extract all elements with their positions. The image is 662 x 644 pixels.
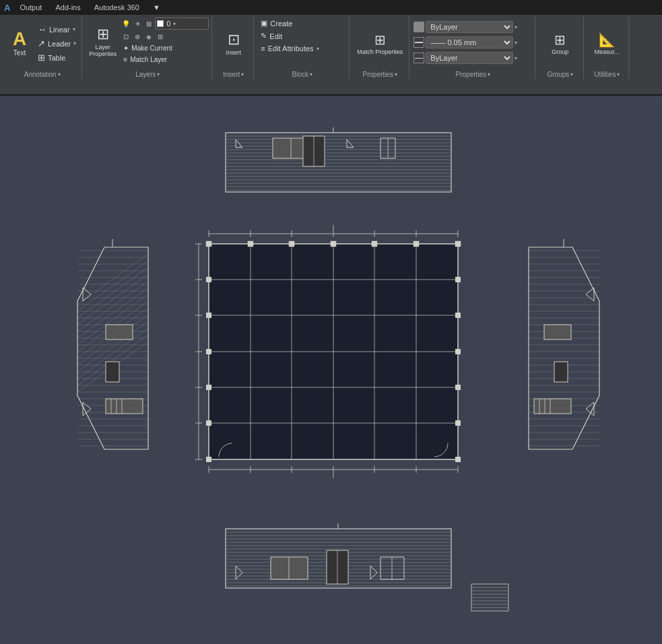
leader-dropdown[interactable]: ▾: [73, 40, 76, 46]
match-props-expand-arrow[interactable]: ▾: [395, 71, 397, 77]
layer-dropdown-arrow[interactable]: ▾: [173, 21, 176, 27]
floor-plan: [195, 225, 461, 478]
annotation-expand-arrow[interactable]: ▾: [58, 71, 61, 77]
insert-expand-arrow[interactable]: ▾: [241, 71, 244, 77]
edit-attributes-icon: ≡: [261, 44, 265, 53]
insert-group: ⊡ Insert Insert ▾: [213, 16, 254, 79]
svg-rect-115: [554, 362, 568, 382]
layer-properties-icon: ⊞: [97, 26, 109, 43]
layer-select[interactable]: 0 ▾: [155, 18, 209, 30]
create-icon: ▣: [261, 19, 267, 28]
linear-button[interactable]: ↔ Linear ▾: [35, 23, 79, 36]
block-expand-arrow[interactable]: ▾: [310, 71, 312, 77]
layer-icon-5[interactable]: ⊗: [132, 31, 143, 42]
svg-rect-167: [455, 420, 461, 426]
match-layer-label: Match Layer: [130, 56, 167, 63]
lineweight-select[interactable]: —— 0.05 mm: [426, 36, 513, 49]
linetype-dropdown-arrow[interactable]: ▾: [515, 55, 517, 61]
edit-button[interactable]: ✎ Edit: [258, 30, 285, 42]
svg-rect-158: [206, 313, 211, 318]
properties-controls: ByLayer ▾ —— 0.05 mm ▾: [413, 18, 532, 69]
menu-more[interactable]: ▼: [149, 2, 164, 13]
svg-rect-150: [206, 241, 211, 247]
ribbon: A Text ↔ Linear ▾ ↗ Leader ▾: [0, 15, 662, 96]
svg-rect-197: [271, 557, 308, 579]
layer-icon-2[interactable]: ☀: [132, 18, 143, 29]
utilities-group: 📐 Measur... Utilities ▾: [585, 16, 629, 79]
edit-label: Edit: [269, 32, 282, 40]
block-group: ▣ Create ✎ Edit ≡ Edit Attributes ▾ Bloc…: [255, 16, 350, 79]
svg-rect-155: [413, 241, 419, 247]
layers-group: ⊞ LayerProperties 💡 ☀ ⊠ 0: [84, 16, 212, 79]
layers-group-label[interactable]: Layers ▾: [86, 69, 209, 78]
canvas-area[interactable]: [0, 96, 662, 644]
layer-icon-3[interactable]: ⊠: [143, 18, 154, 29]
measure-icon: 📐: [599, 32, 616, 48]
match-layer-button[interactable]: ≡ Match Layer: [121, 55, 170, 65]
table-button[interactable]: ⊞ Table: [35, 51, 79, 64]
layer-icons-row1: 💡 ☀ ⊠ 0 ▾: [121, 18, 209, 30]
app-logo: A: [4, 3, 10, 13]
layer-controls: 💡 ☀ ⊠ 0 ▾ ⊡: [121, 18, 209, 65]
create-button[interactable]: ▣ Create: [258, 18, 295, 29]
properties-group-label[interactable]: Properties ▾: [413, 69, 532, 78]
bylayer-color-select[interactable]: ByLayer: [426, 21, 513, 33]
svg-rect-157: [206, 277, 211, 282]
linetype-select[interactable]: ByLayer: [426, 52, 513, 64]
linear-label: Linear: [49, 26, 70, 34]
svg-rect-161: [206, 420, 211, 426]
utilities-expand-arrow[interactable]: ▾: [617, 71, 620, 77]
match-props-group-label[interactable]: Properties ▾: [354, 69, 406, 78]
groups-expand-arrow[interactable]: ▾: [570, 71, 573, 77]
insert-button[interactable]: ⊡ Insert: [222, 29, 246, 58]
text-button[interactable]: A Text: [5, 28, 34, 59]
menu-autodesk360[interactable]: Autodesk 360: [90, 2, 143, 13]
annotation-group-label[interactable]: Annotation ▾: [5, 69, 79, 78]
make-current-button[interactable]: ✦ Make Current: [121, 43, 175, 53]
layer-icon-6[interactable]: ◈: [143, 31, 154, 42]
menu-addins[interactable]: Add-ins: [51, 2, 84, 13]
leader-button[interactable]: ↗ Leader ▾: [35, 37, 79, 50]
svg-rect-159: [206, 349, 211, 354]
svg-rect-152: [289, 241, 294, 247]
match-properties-button[interactable]: ⊞ Match Properties: [354, 30, 406, 57]
lineweight-icon: [413, 37, 424, 48]
measure-button[interactable]: 📐 Measur...: [591, 30, 623, 57]
layer-icon-4[interactable]: ⊡: [121, 31, 131, 42]
lineweight-dropdown-arrow[interactable]: ▾: [515, 40, 517, 46]
utilities-group-label[interactable]: Utilities ▾: [588, 69, 626, 78]
edit-attributes-button[interactable]: ≡ Edit Attributes ▾: [258, 43, 321, 54]
properties-group: ByLayer ▾ —— 0.05 mm ▾: [411, 16, 535, 79]
drawing-canvas: [0, 96, 662, 644]
linear-icon: ↔: [38, 24, 46, 34]
menu-output[interactable]: Output: [15, 2, 46, 13]
layers-expand-arrow[interactable]: ▾: [157, 71, 160, 77]
annotation-col: ↔ Linear ▾ ↗ Leader ▾ ⊞ Table: [35, 23, 79, 64]
insert-icon: ⊡: [228, 31, 240, 49]
block-group-inner: ▣ Create ✎ Edit ≡ Edit Attributes ▾: [258, 18, 346, 69]
leader-label: Leader: [48, 40, 71, 48]
utilities-inner: 📐 Measur...: [588, 18, 626, 69]
color-icon: [413, 22, 424, 32]
svg-rect-153: [331, 241, 336, 247]
insert-group-inner: ⊡ Insert: [216, 18, 251, 69]
groups-group-label[interactable]: Groups ▾: [539, 69, 581, 78]
layer-icon-7[interactable]: ⊞: [155, 31, 166, 42]
ribbon-content: A Text ↔ Linear ▾ ↗ Leader ▾: [0, 15, 662, 81]
linear-dropdown[interactable]: ▾: [73, 26, 75, 32]
groups-group: ⊞ Group Groups ▾: [537, 16, 584, 79]
color-dropdown-arrow[interactable]: ▾: [515, 24, 517, 30]
insert-group-label[interactable]: Insert ▾: [216, 69, 251, 78]
leader-icon: ↗: [38, 38, 45, 49]
layer-icon-1[interactable]: 💡: [121, 18, 131, 29]
edit-attributes-dropdown[interactable]: ▾: [317, 46, 319, 52]
match-properties-group: ⊞ Match Properties Properties ▾: [351, 16, 409, 79]
properties-expand-arrow[interactable]: ▾: [488, 71, 490, 77]
linetype-row: ByLayer ▾: [413, 51, 517, 65]
edit-attributes-label: Edit Attributes: [268, 44, 314, 53]
group-button[interactable]: ⊞ Group: [548, 30, 572, 57]
layer-properties-button[interactable]: ⊞ LayerProperties: [86, 24, 119, 59]
make-current-icon: ✦: [123, 44, 129, 52]
block-group-label[interactable]: Block ▾: [258, 69, 346, 78]
layer-properties-btn-label: LayerProperties: [89, 44, 117, 57]
